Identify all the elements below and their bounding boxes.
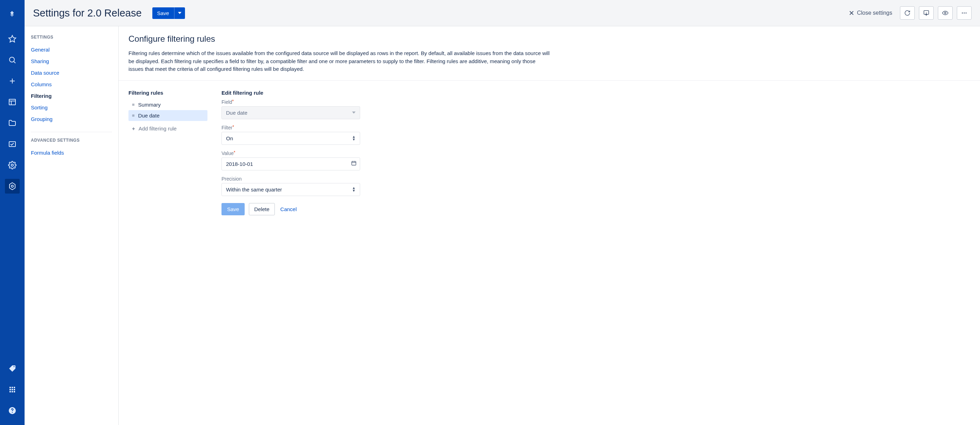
select-arrows-icon: ▲▼ [352,135,356,141]
rule-item-label: Due date [138,113,160,119]
svg-rect-14 [14,387,15,388]
svg-rect-12 [10,387,11,388]
settings-sidebar: SETTINGS GeneralSharingData sourceColumn… [25,26,119,425]
page-header: Settings for 2.0 Release Save Close sett… [25,0,980,26]
field-select[interactable]: Due date [221,106,360,119]
svg-point-31 [966,13,967,14]
filter-label: Filter* [221,125,360,130]
settings-section-label: SETTINGS [31,35,112,40]
settings-hex-icon[interactable] [5,179,20,193]
rule-item-label: Summary [138,102,161,108]
svg-point-22 [12,412,13,413]
select-arrows-icon: ▲▼ [352,187,356,192]
svg-rect-13 [11,387,13,388]
sidebar-item-sharing[interactable]: Sharing [31,56,112,67]
advanced-section-label: ADVANCED SETTINGS [31,138,112,143]
svg-rect-5 [9,99,16,105]
plus-icon: + [132,125,135,132]
jira-logo-icon[interactable] [5,7,20,22]
main-panel: Configure filtering rules Filtering rule… [119,26,980,425]
svg-rect-20 [14,391,15,392]
svg-rect-15 [10,389,11,390]
svg-point-30 [964,13,965,14]
save-dropdown-button[interactable] [174,7,185,19]
preview-button[interactable] [938,6,953,20]
save-button[interactable]: Save [152,7,174,19]
panel-divider [119,80,980,81]
more-button[interactable] [957,6,972,20]
svg-rect-33 [352,161,356,165]
sidebar-item-filtering[interactable]: Filtering [31,90,112,102]
svg-rect-16 [11,389,13,390]
gear-icon[interactable] [5,158,20,173]
refresh-button[interactable] [900,6,915,20]
svg-point-11 [11,185,13,187]
star-icon[interactable] [5,32,20,46]
precision-select[interactable]: Within the same quarter ▲▼ [221,183,360,196]
panel-description: Filtering rules determine which of the i… [129,49,550,73]
edit-heading: Edit filtering rule [221,90,360,96]
page-title: Settings for 2.0 Release [33,7,142,19]
search-icon[interactable] [5,52,20,67]
folder-icon[interactable] [5,116,20,130]
rule-item[interactable]: ≡Summary [129,99,207,110]
svg-marker-32 [352,111,356,114]
rules-heading: Filtering rules [129,90,207,96]
apps-grid-icon[interactable] [5,382,20,397]
filter-select-value: On [226,135,233,141]
sidebar-item-data-source[interactable]: Data source [31,67,112,79]
checklist-icon[interactable] [5,137,20,151]
tag-icon[interactable] [5,361,20,376]
add-rule-label: Add filtering rule [138,125,177,132]
precision-select-value: Within the same quarter [226,187,282,192]
value-input[interactable] [221,157,360,170]
svg-point-9 [11,164,13,166]
layout-icon[interactable] [5,95,20,109]
svg-marker-23 [178,12,181,14]
precision-label: Precision [221,176,360,182]
sidebar-item-formula-fields[interactable]: Formula fields [31,147,112,159]
form-delete-button[interactable]: Delete [249,203,275,215]
form-save-button[interactable]: Save [221,203,245,215]
filter-select[interactable]: On ▲▼ [221,132,360,145]
svg-point-28 [945,12,946,14]
svg-rect-17 [14,389,15,390]
calendar-icon[interactable] [351,160,356,167]
sidebar-item-sorting[interactable]: Sorting [31,102,112,113]
sidebar-item-grouping[interactable]: Grouping [31,113,112,125]
plus-icon[interactable] [5,74,20,88]
sidebar-divider [31,132,112,132]
value-label: Value* [221,151,360,156]
form-cancel-button[interactable]: Cancel [279,203,298,215]
panel-heading: Configure filtering rules [129,34,970,44]
help-icon[interactable] [5,403,20,418]
drag-handle-icon[interactable]: ≡ [132,113,135,118]
svg-rect-19 [11,391,13,392]
svg-marker-0 [9,35,16,42]
drag-handle-icon[interactable]: ≡ [132,102,135,107]
chevron-down-icon [352,111,356,114]
add-rule-button[interactable]: + Add filtering rule [129,123,207,134]
rule-item[interactable]: ≡Due date [129,110,207,121]
sidebar-item-general[interactable]: General [31,44,112,56]
global-nav [0,0,25,425]
svg-point-29 [962,13,963,14]
svg-rect-18 [10,391,11,392]
svg-line-2 [14,62,16,63]
close-settings-label: Close settings [857,10,892,16]
sidebar-item-columns[interactable]: Columns [31,79,112,90]
close-settings-button[interactable]: Close settings [845,8,896,18]
svg-point-1 [10,57,14,62]
export-button[interactable] [919,6,934,20]
svg-marker-10 [10,183,15,190]
field-label: Field* [221,99,360,105]
field-select-value: Due date [226,110,247,116]
